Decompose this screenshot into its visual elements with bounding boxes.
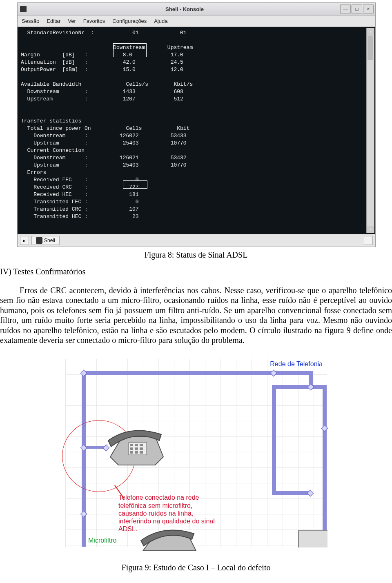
rede-telefonia-label: Rede de Telefonia xyxy=(270,360,323,368)
figure-9-caption: Figura 9: Estudo de Caso I – Local do de… xyxy=(0,563,392,572)
phone-icon xyxy=(106,424,167,469)
terminal-line: Received HEC : 181 xyxy=(21,191,372,198)
svg-rect-1 xyxy=(130,444,133,446)
warning-line: interferindo na qualidade do sinal xyxy=(118,517,241,525)
terminal-line: Downstream Upstream xyxy=(21,44,372,51)
terminal-output: StandardRevisionNr : 01 01 Downstream Up… xyxy=(18,27,375,234)
konsole-window: Shell - Konsole — □ × Sessão Editar Ver … xyxy=(17,2,376,247)
terminal-line: Upstream : 1207 512 xyxy=(21,96,372,103)
terminal-line: Attenuation [dB] : 42.0 24.5 xyxy=(21,59,372,66)
terminal-line: Transfer statistics xyxy=(21,118,372,125)
terminal-line: Downstream : 126021 53432 xyxy=(21,154,372,162)
menu-editar[interactable]: Editar xyxy=(47,18,60,24)
terminal-line xyxy=(21,73,372,81)
minimize-button[interactable]: — xyxy=(340,4,351,13)
terminal-line: Received CRC : 727 xyxy=(21,184,372,191)
terminal-line xyxy=(21,103,372,110)
figure-8-caption: Figura 8: Status de Sinal ADSL xyxy=(0,250,392,260)
maximize-button[interactable]: □ xyxy=(352,4,362,13)
figure-9-diagram: Rede de Telefonia Telefone conectado na … xyxy=(65,359,327,547)
microfiltro-label: Microfiltro xyxy=(88,537,116,544)
menubar: Sessão Editar Ver Favoritos Configuraçõe… xyxy=(18,16,375,27)
warning-line: telefônica sem microfiltro, xyxy=(118,502,241,510)
terminal-line: Errors xyxy=(21,169,372,176)
konsole-app-icon xyxy=(18,6,29,12)
menu-sessao[interactable]: Sessão xyxy=(22,18,39,24)
svg-rect-4 xyxy=(130,447,133,450)
svg-rect-2 xyxy=(135,444,138,446)
terminal-line: Available Bandwidth Cells/s Kbit/s xyxy=(21,81,372,88)
terminal-line xyxy=(21,37,372,44)
terminal-line: Downstream : 126022 53433 xyxy=(21,132,372,140)
device-icon xyxy=(298,530,327,547)
terminal-line: OutputPower [dBm] : 15.0 12.0 xyxy=(21,66,372,73)
terminal-line: Transmitted FEC : 0 xyxy=(21,198,372,206)
titlebar: Shell - Konsole — □ × xyxy=(18,3,375,16)
warning-line: Telefone conectado na rede xyxy=(118,494,241,501)
scroll-thumb[interactable] xyxy=(368,36,373,60)
svg-rect-6 xyxy=(140,447,143,450)
defect-warning-text: Telefone conectado na rede telefônica se… xyxy=(118,494,241,533)
statusbar: ▸ Shell xyxy=(18,234,375,247)
terminal-scrollbar[interactable]: ▴ ▾ xyxy=(366,28,374,233)
window-title: Shell - Konsole xyxy=(29,6,340,12)
menu-ajuda[interactable]: Ajuda xyxy=(154,18,167,24)
svg-rect-9 xyxy=(140,451,143,454)
terminal-line xyxy=(21,110,372,118)
svg-rect-5 xyxy=(135,447,138,450)
svg-rect-7 xyxy=(130,451,133,454)
section-heading: IV) Testes Confirmatórios xyxy=(0,267,392,276)
close-tab-button[interactable] xyxy=(364,236,373,245)
terminal-line: Downstream : 1433 608 xyxy=(21,88,372,96)
new-tab-button[interactable]: ▸ xyxy=(20,236,29,245)
terminal-line: StandardRevisionNr : 01 01 xyxy=(21,29,372,37)
menu-favoritos[interactable]: Favoritos xyxy=(83,18,105,24)
terminal-line: Total since power On Cells Kbit xyxy=(21,125,372,132)
shell-tab-label: Shell xyxy=(44,238,55,243)
svg-rect-8 xyxy=(135,451,138,454)
terminal-line: Upstream : 25403 10770 xyxy=(21,162,372,169)
terminal-line: Transmitted CRC : 107 xyxy=(21,206,372,213)
terminal-line: Margin [dB] : 8.0 17.0 xyxy=(21,51,372,59)
terminal-line: Received FEC : 0 xyxy=(21,176,372,184)
shell-tab[interactable]: Shell xyxy=(31,236,60,245)
scroll-down-icon[interactable]: ▾ xyxy=(367,226,374,233)
menu-config[interactable]: Configurações xyxy=(112,18,147,24)
warning-line: causando ruídos na linha, xyxy=(118,510,241,517)
scroll-up-icon[interactable]: ▴ xyxy=(367,28,374,35)
menu-ver[interactable]: Ver xyxy=(68,18,76,24)
terminal-line: Current Connection xyxy=(21,147,372,154)
svg-rect-3 xyxy=(140,444,143,446)
shell-tab-icon xyxy=(36,237,42,244)
warning-line: ADSL. xyxy=(118,525,241,533)
paragraph-text: Erros de CRC acontecem, devido à interfe… xyxy=(0,285,392,345)
terminal-line: Transmitted HEC : 23 xyxy=(21,213,372,220)
terminal-line: Upstream : 25403 10770 xyxy=(21,140,372,147)
close-button[interactable]: × xyxy=(363,4,374,13)
